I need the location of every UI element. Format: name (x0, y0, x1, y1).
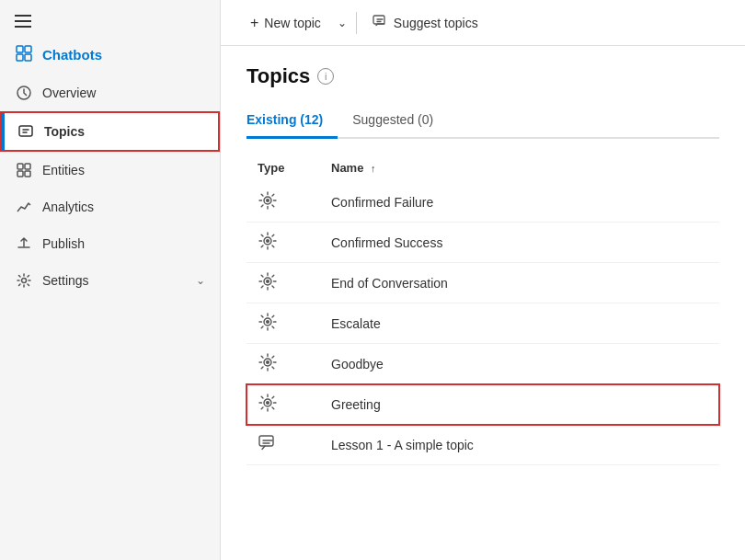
table-row[interactable]: Confirmed Failure (246, 182, 719, 223)
row-name-cell: Greeting (320, 384, 719, 425)
table-row[interactable]: End of Conversation (246, 263, 719, 303)
table-row[interactable]: Greeting (246, 384, 719, 425)
sidebar-item-analytics-label: Analytics (42, 200, 205, 214)
system-topic-icon (258, 393, 278, 413)
svg-point-23 (266, 401, 269, 405)
svg-rect-9 (25, 171, 30, 177)
table-row[interactable]: Lesson 1 - A simple topic (246, 425, 719, 465)
row-type-cell (246, 344, 320, 384)
row-name-cell: Confirmed Success (320, 223, 719, 263)
new-topic-button[interactable]: + New topic (239, 9, 332, 37)
row-type-cell (246, 182, 320, 223)
sidebar-nav: Overview Topics Entities (0, 74, 220, 560)
sidebar-item-entities[interactable]: Entities (0, 152, 220, 189)
svg-point-17 (266, 280, 269, 283)
col-header-name[interactable]: Name ↑ (320, 154, 719, 182)
analytics-icon (15, 198, 33, 216)
svg-rect-8 (17, 171, 23, 177)
row-name-cell: Lesson 1 - A simple topic (320, 425, 719, 465)
col-header-type: Type (246, 154, 320, 182)
chatbots-icon (15, 44, 33, 65)
sidebar-item-topics-label: Topics (44, 124, 203, 139)
publish-icon (15, 234, 33, 253)
system-topic-icon (258, 271, 278, 291)
entities-icon (15, 161, 33, 179)
settings-chevron-icon: ⌄ (196, 274, 205, 287)
chatbots-label: Chatbots (42, 47, 102, 63)
svg-point-10 (22, 279, 27, 283)
topics-icon (17, 122, 35, 141)
sidebar-chatbots[interactable]: Chatbots (0, 35, 220, 74)
new-topic-label: New topic (264, 16, 320, 30)
row-type-cell (246, 263, 320, 303)
row-type-cell (246, 384, 320, 425)
table-row[interactable]: Escalate (246, 303, 719, 344)
content-area: Topics i Existing (12) Suggested (0) Typ… (221, 46, 745, 560)
row-name-cell: Goodbye (320, 344, 719, 384)
row-name-cell: Confirmed Failure (320, 182, 719, 223)
page-title: Topics (246, 64, 310, 88)
sidebar-item-overview-label: Overview (42, 86, 205, 100)
sidebar-header (0, 0, 220, 35)
tab-suggested[interactable]: Suggested (0) (352, 105, 448, 139)
hamburger-icon[interactable] (15, 15, 31, 28)
chat-topic-icon (258, 433, 278, 453)
svg-point-15 (266, 239, 269, 243)
system-topic-icon (258, 352, 278, 372)
sidebar-item-publish[interactable]: Publish (0, 225, 220, 262)
sidebar: Chatbots Overview Topics (0, 0, 221, 560)
topics-table: Type Name ↑ Confirmed Failure Conf (246, 154, 719, 465)
sidebar-item-overview[interactable]: Overview (0, 74, 220, 111)
plus-icon: + (250, 15, 258, 31)
toolbar-divider (356, 12, 357, 34)
svg-point-21 (266, 360, 269, 364)
sidebar-item-settings-label: Settings (42, 273, 187, 288)
svg-rect-7 (25, 164, 30, 169)
row-name-cell: End of Conversation (320, 263, 719, 303)
sidebar-item-publish-label: Publish (42, 236, 205, 251)
system-topic-icon (258, 190, 278, 211)
row-type-cell (246, 223, 320, 263)
sidebar-item-entities-label: Entities (42, 163, 205, 177)
sidebar-item-settings[interactable]: Settings ⌄ (0, 262, 220, 299)
new-topic-dropdown-button[interactable]: ⌄ (332, 11, 352, 35)
svg-rect-3 (25, 54, 31, 61)
sidebar-item-topics[interactable]: Topics (0, 111, 220, 152)
table-row[interactable]: Goodbye (246, 344, 719, 384)
tabs: Existing (12) Suggested (0) (246, 105, 719, 139)
sort-arrow-icon: ↑ (371, 163, 376, 174)
tab-existing[interactable]: Existing (12) (246, 105, 338, 139)
toolbar: + New topic ⌄ Suggest topics (221, 0, 745, 46)
system-topic-icon (258, 312, 278, 332)
page-title-row: Topics i (246, 64, 719, 88)
suggest-topics-label: Suggest topics (394, 16, 478, 30)
settings-icon (15, 271, 33, 290)
main-content: + New topic ⌄ Suggest topics Topics i Ex… (221, 0, 745, 560)
svg-rect-2 (17, 54, 23, 61)
row-name-cell: Escalate (320, 303, 719, 344)
sidebar-item-analytics[interactable]: Analytics (0, 189, 220, 225)
overview-icon (15, 84, 33, 102)
svg-point-19 (266, 320, 269, 324)
svg-rect-1 (25, 46, 31, 52)
row-type-cell (246, 303, 320, 344)
info-icon[interactable]: i (317, 68, 334, 85)
svg-rect-5 (19, 126, 32, 136)
svg-rect-0 (17, 46, 23, 52)
table-row[interactable]: Confirmed Success (246, 223, 719, 263)
suggest-topics-button[interactable]: Suggest topics (361, 7, 489, 38)
row-type-cell (246, 425, 320, 465)
suggest-topics-icon (372, 13, 388, 32)
svg-point-13 (266, 199, 269, 202)
system-topic-icon (258, 231, 278, 251)
svg-rect-6 (17, 164, 23, 169)
